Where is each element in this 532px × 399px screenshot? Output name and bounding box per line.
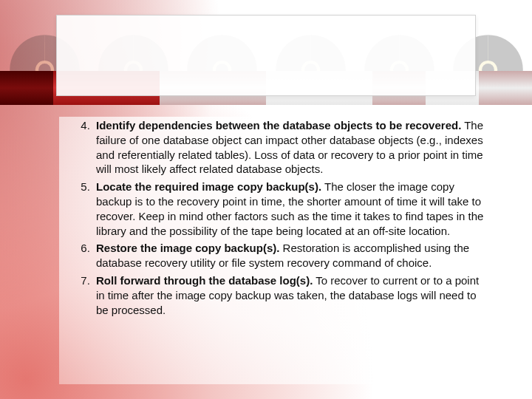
content-area: Identify dependencies between the databa… (71, 118, 488, 320)
list-item-lead: Locate the required image copy backup(s)… (96, 180, 321, 193)
list-item-lead: Restore the image copy backup(s). (96, 242, 279, 254)
list-item-lead: Roll forward through the database log(s)… (96, 274, 313, 287)
list-item: Roll forward through the database log(s)… (93, 273, 488, 317)
title-placeholder (56, 15, 476, 96)
list-item: Locate the required image copy backup(s)… (93, 180, 488, 238)
list-item-lead: Identify dependencies between the databa… (96, 119, 461, 132)
list-item: Restore the image copy backup(s). Restor… (93, 241, 488, 270)
recovery-steps-list: Identify dependencies between the databa… (71, 118, 488, 317)
list-item: Identify dependencies between the databa… (93, 118, 488, 177)
